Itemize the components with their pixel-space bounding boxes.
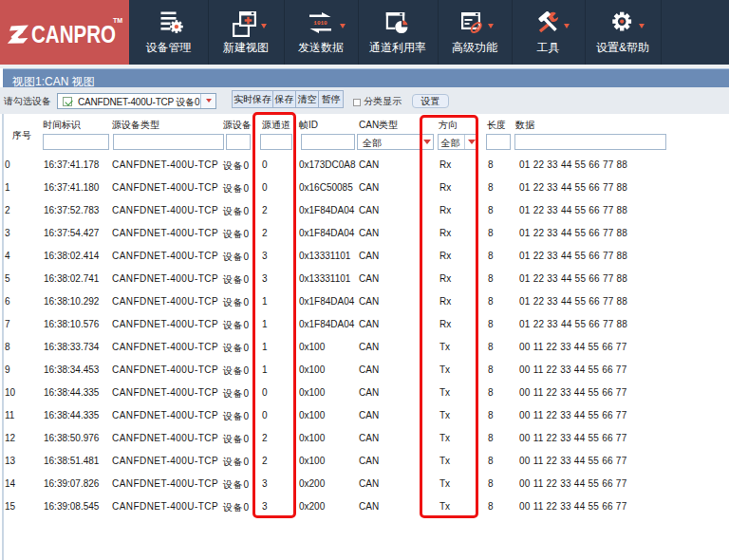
svg-text:CANPRO: CANPRO [31,21,116,47]
svg-text:1010: 1010 [313,20,327,27]
svg-text:TM: TM [113,17,122,24]
